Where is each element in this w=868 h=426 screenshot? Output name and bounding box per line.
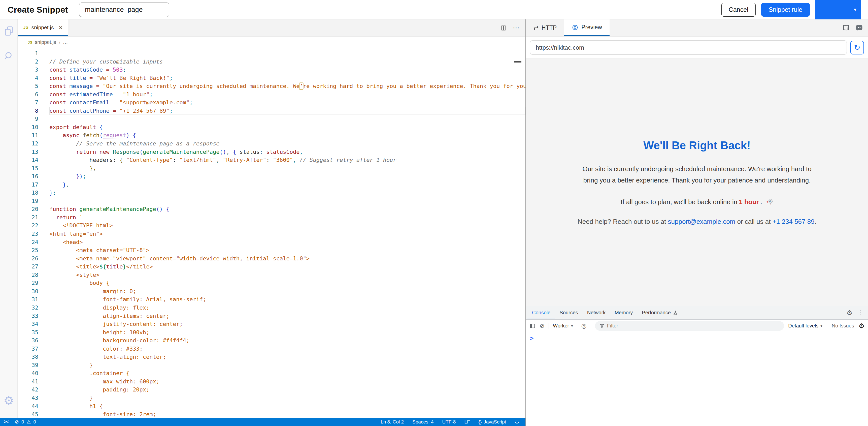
issues-counter[interactable]: No Issues <box>832 323 854 329</box>
console-sidebar-icon[interactable] <box>529 323 535 329</box>
line-number[interactable]: 7 <box>18 98 38 107</box>
preview-url-input[interactable] <box>530 40 847 55</box>
log-levels-dropdown[interactable]: Default levels ▾ <box>788 323 823 329</box>
discord-icon[interactable] <box>856 24 863 32</box>
devtools-tab-console[interactable]: Console <box>527 306 555 319</box>
line-number[interactable]: 30 <box>18 287 38 296</box>
line-number[interactable]: 9 <box>18 115 38 123</box>
clear-console-icon[interactable]: ⊘ <box>539 322 545 330</box>
line-number[interactable]: 34 <box>18 320 38 329</box>
line-number[interactable]: 4 <box>18 74 38 82</box>
files-icon[interactable] <box>3 25 14 36</box>
line-number[interactable]: 43 <box>18 394 38 402</box>
code-line[interactable]: return ` <box>50 214 525 222</box>
line-number[interactable]: 26 <box>18 255 38 263</box>
line-number[interactable]: 38 <box>18 353 38 361</box>
line-number[interactable]: 31 <box>18 295 38 304</box>
line-number[interactable]: 39 <box>18 361 38 370</box>
tab-preview[interactable]: Preview <box>564 20 610 36</box>
support-email-link[interactable]: support@example.com <box>668 218 736 225</box>
indentation-setting[interactable]: Spaces: 4 <box>412 419 434 425</box>
code-line[interactable]: display: flex; <box>50 304 525 312</box>
code-line[interactable]: <meta charset="UTF-8"> <box>50 246 525 255</box>
code-line[interactable]: <!DOCTYPE html> <box>50 222 525 230</box>
code-line[interactable]: h1 { <box>50 402 525 410</box>
code-line[interactable]: <title>${title}</title> <box>50 263 525 271</box>
code-line[interactable]: font-family: Arial, sans-serif; <box>50 295 525 304</box>
cursor-position[interactable]: Ln 8, Col 2 <box>381 419 404 425</box>
line-number[interactable]: 5 <box>18 82 38 90</box>
settings-gear-icon[interactable]: ⚙︎ <box>3 395 14 406</box>
language-mode[interactable]: {} JavaScript <box>478 419 506 425</box>
line-number[interactable]: 23 <box>18 230 38 238</box>
code-line[interactable]: background-color: #f4f4f4; <box>50 337 525 345</box>
code-line[interactable] <box>50 197 525 205</box>
line-number-gutter[interactable]: 1234567891011121314151617181920212223242… <box>18 48 38 418</box>
code-line[interactable]: const contactPhone = "+1 234 567 89"; <box>50 107 525 115</box>
console-filter[interactable] <box>595 321 784 331</box>
cancel-button[interactable]: Cancel <box>721 3 756 17</box>
code-line[interactable]: const title = "We'll Be Right Back!"; <box>50 74 525 82</box>
code-line[interactable]: headers: { "Content-Type": "text/html", … <box>50 156 525 164</box>
code-line[interactable]: }, <box>50 164 525 173</box>
code-line[interactable]: .container { <box>50 369 525 378</box>
line-number[interactable]: 45 <box>18 410 38 418</box>
deploy-dropdown-button[interactable]: ▾ <box>849 3 861 16</box>
code-line[interactable]: const contactEmail = "support@example.co… <box>50 98 525 107</box>
breadcrumb-file[interactable]: snippet.js <box>35 39 56 45</box>
console-settings-gear-icon[interactable]: ⚙︎ <box>859 323 865 329</box>
code-line[interactable]: export default { <box>50 123 525 132</box>
line-number[interactable]: 29 <box>18 279 38 287</box>
line-number[interactable]: 19 <box>18 197 38 205</box>
line-number[interactable]: 44 <box>18 402 38 410</box>
search-icon[interactable] <box>3 51 14 62</box>
devtools-settings-gear-icon[interactable]: ⚙︎ <box>846 310 852 316</box>
line-number[interactable]: 22 <box>18 222 38 230</box>
code-line[interactable]: margin: 0; <box>50 287 525 296</box>
docs-book-icon[interactable] <box>842 24 850 32</box>
code-area[interactable]: 1234567891011121314151617181920212223242… <box>18 48 525 418</box>
devtools-tab-sources[interactable]: Sources <box>555 306 582 319</box>
code-line[interactable]: function generateMaintenancePage() { <box>50 205 525 214</box>
line-number[interactable]: 37 <box>18 345 38 353</box>
line-number[interactable]: 33 <box>18 312 38 320</box>
devtools-kebab-menu-icon[interactable]: ⋮ <box>858 309 864 316</box>
line-number[interactable]: 36 <box>18 337 38 345</box>
devtools-tab-performance[interactable]: Performance <box>637 306 682 319</box>
line-number[interactable]: 8 <box>18 107 38 115</box>
code-line[interactable]: height: 100vh; <box>50 329 525 337</box>
code-line[interactable]: align-items: center; <box>50 312 525 320</box>
snippet-rule-button[interactable]: Snippet rule <box>761 3 810 17</box>
split-editor-icon[interactable] <box>500 25 507 31</box>
line-number[interactable]: 42 <box>18 386 38 394</box>
code-line[interactable]: <style> <box>50 271 525 279</box>
tab-snippet-js[interactable]: JS snippet.js × <box>18 20 68 36</box>
line-number[interactable]: 17 <box>18 181 38 189</box>
code-line[interactable]: <html lang="en"> <box>50 230 525 238</box>
code-line[interactable]: padding: 20px; <box>50 386 525 394</box>
code-lines[interactable]: // Define your customizable inputsconst … <box>38 48 525 418</box>
code-line[interactable]: body { <box>50 279 525 287</box>
code-line[interactable]: // Define your customizable inputs <box>50 58 525 66</box>
line-number[interactable]: 10 <box>18 123 38 132</box>
line-number[interactable]: 15 <box>18 164 38 173</box>
code-line[interactable]: color: #333; <box>50 345 525 353</box>
line-number[interactable]: 41 <box>18 378 38 386</box>
line-number[interactable]: 6 <box>18 90 38 99</box>
line-number[interactable]: 27 <box>18 263 38 271</box>
close-tab-icon[interactable]: × <box>59 24 63 31</box>
line-number[interactable]: 40 <box>18 369 38 378</box>
code-line[interactable]: font-size: 2rem; <box>50 410 525 418</box>
line-number[interactable]: 3 <box>18 66 38 74</box>
line-number[interactable]: 12 <box>18 140 38 148</box>
line-number[interactable]: 13 <box>18 148 38 156</box>
context-selector[interactable]: Worker ▾ <box>553 323 573 329</box>
filter-input[interactable] <box>607 323 780 329</box>
code-line[interactable]: <meta name="viewport" content="width=dev… <box>50 255 525 263</box>
refresh-button[interactable]: ↻ <box>850 41 864 54</box>
line-number[interactable]: 18 <box>18 189 38 197</box>
devtools-tab-memory[interactable]: Memory <box>610 306 637 319</box>
breadcrumb[interactable]: JS snippet.js › … <box>18 36 525 48</box>
code-line[interactable]: }, <box>50 181 525 189</box>
encoding-setting[interactable]: UTF-8 <box>442 419 456 425</box>
